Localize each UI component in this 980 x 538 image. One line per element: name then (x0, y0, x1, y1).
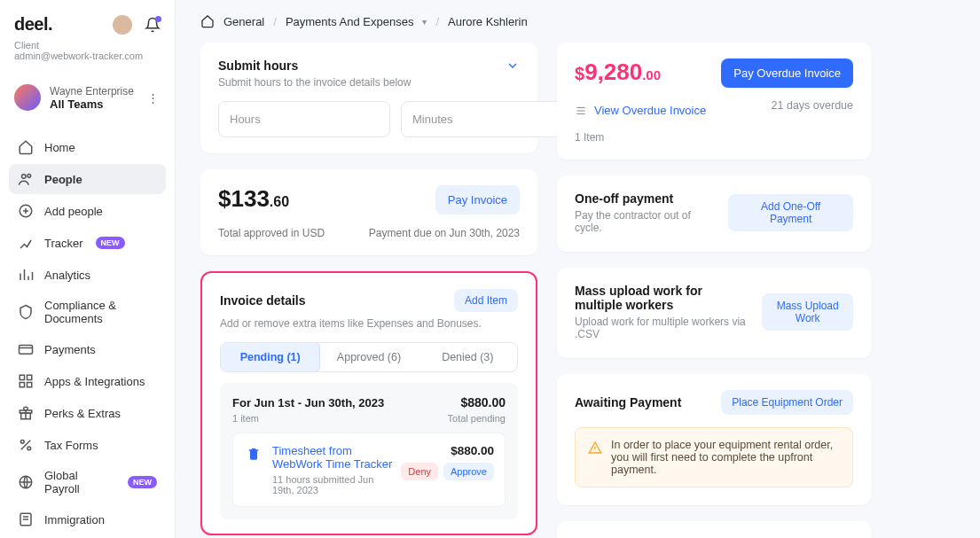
nav-label: Analytics (44, 269, 90, 282)
svg-rect-3 (20, 346, 33, 355)
nav-perks[interactable]: Perks & Extras (9, 398, 166, 428)
nav-label: People (44, 173, 82, 186)
nav-payroll[interactable]: Global Payroll NEW (9, 462, 166, 503)
approve-button[interactable]: Approve (443, 463, 494, 480)
org-name: Wayne Enterprise (50, 85, 136, 97)
chevron-down-icon[interactable]: ▾ (422, 17, 427, 27)
nav-label: Immigration (44, 513, 105, 526)
svg-point-11 (27, 447, 31, 450)
org-menu-icon[interactable]: ⋮ (145, 91, 161, 105)
awaiting-alert: In order to place your equipment rental … (575, 427, 853, 487)
overdue-amount: $9,280.00 (575, 58, 661, 86)
nav-label: Compliance & Documents (44, 299, 157, 325)
main-nav: Home People Add people Tracker NEW Analy… (9, 132, 166, 538)
nav-analytics[interactable]: Analytics (9, 260, 166, 290)
nav-label: Global Payroll (44, 469, 115, 495)
minutes-input[interactable] (401, 101, 573, 137)
mass-upload-card: Mass upload work for multiple workers Up… (557, 268, 871, 358)
immigration-icon (18, 511, 34, 527)
home-icon (18, 139, 34, 155)
period-title: For Jun 1st - Jun 30th, 2023 (232, 396, 384, 409)
tracker-icon (18, 235, 34, 251)
apps-icon (18, 373, 34, 389)
breadcrumb-person: Aurore Kshlerin (448, 15, 528, 28)
tab-pending[interactable]: Pending (1) (220, 342, 320, 372)
compliance-icon (18, 304, 34, 320)
pay-invoice-button[interactable]: Pay Invoice (435, 185, 520, 214)
nav-label: Tax Forms (44, 439, 98, 452)
nav-home[interactable]: Home (9, 132, 166, 162)
period-items: 1 item (232, 413, 259, 424)
mass-sub: Upload work for multiple workers via .CS… (575, 316, 753, 340)
view-overdue-link[interactable]: View Overdue Invoice (575, 104, 706, 117)
new-badge: NEW (96, 237, 125, 249)
add-oneoff-button[interactable]: Add One-Off Payment (728, 194, 853, 231)
collapse-icon[interactable] (506, 58, 520, 73)
notifications-icon[interactable] (145, 17, 161, 33)
nav-label: Apps & Integrations (44, 375, 145, 388)
svg-point-0 (22, 175, 27, 179)
pay-overdue-button[interactable]: Pay Overdue Invoice (721, 58, 853, 88)
mass-upload-button[interactable]: Mass Upload Work (762, 293, 853, 331)
tab-denied[interactable]: Denied (3) (419, 343, 517, 371)
breadcrumb-general[interactable]: General (223, 15, 264, 28)
oneoff-card: One-off payment Pay the contractor out o… (557, 175, 871, 252)
invoice-title: Invoice details (220, 293, 305, 308)
hours-input[interactable] (218, 101, 390, 137)
nav-compliance[interactable]: Compliance & Documents (9, 292, 166, 332)
invoice-subtitle: Add or remove extra items like Expenses … (220, 317, 518, 330)
breadcrumb-payments[interactable]: Payments And Expenses (286, 15, 414, 28)
nav-payments[interactable]: Payments (9, 334, 166, 364)
nav-apps[interactable]: Apps & Integrations (9, 366, 166, 396)
invoice-tabs: Pending (1) Approved (6) Denied (3) (220, 342, 518, 372)
breadcrumbs: General / Payments And Expenses ▾ / Auro… (176, 0, 980, 37)
breadcrumb-home-icon[interactable] (200, 14, 215, 28)
period-total-label: Total pending (448, 413, 506, 424)
nav-people[interactable]: People (9, 164, 166, 194)
warning-icon (588, 441, 602, 476)
user-avatar[interactable] (113, 15, 132, 35)
analytics-icon (18, 267, 34, 283)
add-item-button[interactable]: Add Item (454, 289, 518, 312)
awaiting-title: Awaiting Payment (575, 395, 681, 409)
tab-approved[interactable]: Approved (6) (319, 343, 418, 371)
nav-immigration[interactable]: Immigration (9, 504, 166, 534)
nav-tracker[interactable]: Tracker NEW (9, 228, 166, 258)
invoice-details-card: Invoice details Add Item Add or remove e… (200, 271, 537, 535)
sidebar: deel. Client admin@webwork-tracker.com W… (0, 0, 176, 538)
days-overdue: 21 days overdue (772, 99, 853, 112)
list-icon (575, 105, 587, 117)
alert-text: In order to place your equipment rental … (611, 439, 840, 476)
nav-add-people[interactable]: Add people (9, 196, 166, 226)
place-order-button[interactable]: Place Equipment Order (721, 390, 853, 415)
period-amount: $880.00 (460, 395, 506, 409)
svg-rect-5 (27, 375, 32, 379)
submit-hours-subtitle: Submit hours to the invoice details belo… (218, 76, 411, 89)
nav-label: Perks & Extras (44, 407, 121, 420)
nav-label: Tracker (44, 237, 83, 250)
approved-left-sub: Total approved in USD (218, 227, 325, 239)
main-content: General / Payments And Expenses ▾ / Auro… (176, 0, 980, 538)
overdue-card: $9,280.00 Pay Overdue Invoice View Overd… (557, 43, 871, 160)
item-title-link[interactable]: Timesheet from WebWork Time Tracker (272, 444, 392, 471)
people-icon (18, 171, 34, 187)
percent-icon (18, 437, 34, 453)
card-icon (18, 341, 34, 357)
approved-amount: $133.60 (218, 185, 289, 213)
client-label: Client (9, 40, 166, 51)
invoice-item: Timesheet from WebWork Time Tracker 11 h… (232, 433, 506, 507)
svg-rect-6 (20, 383, 24, 387)
item-amount: $880.00 (451, 444, 494, 457)
nav-label: Payments (44, 343, 96, 356)
org-switcher[interactable]: Wayne Enterprise All Teams ⋮ (9, 77, 166, 118)
delete-item-icon[interactable] (244, 444, 263, 495)
svg-rect-7 (27, 383, 32, 387)
org-avatar-icon (14, 84, 41, 111)
deny-button[interactable]: Deny (401, 463, 438, 480)
nav-tax[interactable]: Tax Forms (9, 430, 166, 460)
plus-circle-icon (18, 203, 34, 219)
notification-dot-icon (155, 16, 161, 22)
mass-title: Mass upload work for multiple workers (575, 284, 753, 312)
oneoff-sub: Pay the contractor out of cycle. (575, 209, 719, 234)
logo: deel. (14, 14, 52, 35)
